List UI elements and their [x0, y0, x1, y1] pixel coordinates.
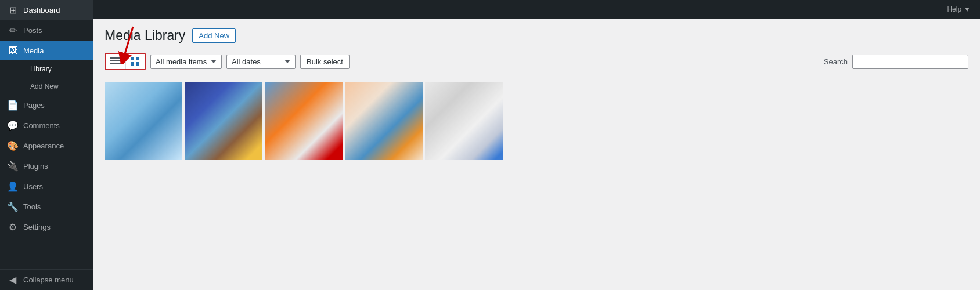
sidebar-item-users[interactable]: 👤 Users [0, 176, 93, 197]
svg-rect-3 [131, 57, 134, 60]
pages-icon: 📄 [7, 100, 19, 111]
sidebar: ⊞ Dashboard ✏ Posts 🖼 Media Library Add … [0, 0, 93, 290]
search-input[interactable] [852, 55, 968, 69]
dashboard-icon: ⊞ [7, 5, 19, 16]
media-icon: 🖼 [7, 45, 19, 56]
collapse-menu-button[interactable]: ◀ Collapse menu [0, 270, 93, 290]
sidebar-item-label: Users [23, 182, 43, 191]
main-content: Help ▼ Media Library Add New [93, 0, 980, 290]
sidebar-item-label: Library [30, 65, 52, 73]
svg-rect-0 [110, 57, 121, 59]
sidebar-item-dashboard[interactable]: ⊞ Dashboard [0, 0, 93, 20]
plugins-icon: 🔌 [7, 161, 19, 172]
media-item[interactable] [425, 82, 503, 160]
page-title: Media Library [105, 28, 185, 44]
sidebar-item-comments[interactable]: 💬 Comments [0, 115, 93, 136]
svg-rect-5 [131, 62, 134, 66]
view-toggle-container [105, 53, 146, 70]
bulk-select-button[interactable]: Bulk select [300, 55, 350, 69]
sidebar-item-tools[interactable]: 🔧 Tools [0, 197, 93, 217]
sidebar-item-settings[interactable]: ⚙ Settings [0, 217, 93, 237]
sidebar-item-label: Settings [23, 223, 51, 231]
media-item[interactable] [185, 82, 262, 160]
comments-icon: 💬 [7, 120, 19, 131]
help-chevron-icon: ▼ [964, 5, 971, 13]
sidebar-item-label: Comments [23, 121, 60, 130]
search-label: Search [824, 57, 848, 66]
help-label: Help [947, 5, 961, 13]
sidebar-bottom: ◀ Collapse menu [0, 269, 93, 290]
sidebar-item-label: Plugins [23, 162, 48, 171]
add-new-button[interactable]: Add New [192, 28, 236, 43]
media-item[interactable] [105, 82, 182, 160]
tools-icon: 🔧 [7, 201, 19, 212]
media-filter-select[interactable]: All media items Images Audio Video Docum… [150, 55, 222, 69]
svg-rect-6 [136, 62, 139, 66]
svg-rect-4 [136, 57, 139, 60]
media-item[interactable] [265, 82, 343, 160]
collapse-icon: ◀ [7, 274, 19, 285]
users-icon: 👤 [7, 181, 19, 192]
sidebar-item-appearance[interactable]: 🎨 Appearance [0, 136, 93, 156]
view-toggle [105, 53, 146, 70]
svg-rect-2 [110, 63, 121, 64]
date-filter-select[interactable]: All dates January 2024 February 2024 [226, 55, 296, 69]
sidebar-item-posts[interactable]: ✏ Posts [0, 20, 93, 41]
admin-top-bar: Help ▼ [93, 0, 980, 19]
appearance-icon: 🎨 [7, 140, 19, 151]
sidebar-item-media[interactable]: 🖼 Media [0, 41, 93, 60]
grid-view-icon [131, 57, 140, 66]
sidebar-item-label: Media [23, 46, 44, 55]
sidebar-item-label: Posts [23, 26, 42, 35]
sidebar-item-pages[interactable]: 📄 Pages [0, 95, 93, 115]
sidebar-item-label: Appearance [23, 142, 64, 150]
help-button[interactable]: Help ▼ [947, 5, 971, 13]
sidebar-item-label: Tools [23, 202, 41, 211]
collapse-label: Collapse menu [23, 276, 74, 284]
toolbar: All media items Images Audio Video Docum… [105, 53, 968, 70]
media-grid [105, 82, 968, 160]
settings-icon: ⚙ [7, 222, 19, 233]
list-view-icon [110, 57, 121, 66]
sidebar-item-label: Add New [30, 82, 59, 90]
sidebar-item-add-new-sub[interactable]: Add New [0, 78, 93, 95]
posts-icon: ✏ [7, 25, 19, 36]
sidebar-item-label: Dashboard [23, 6, 60, 14]
grid-view-button[interactable] [126, 54, 145, 69]
media-item[interactable] [345, 82, 423, 160]
search-area: Search [824, 55, 968, 69]
list-view-button[interactable] [106, 54, 126, 69]
page-header: Media Library Add New [105, 28, 968, 44]
svg-rect-1 [110, 60, 121, 61]
sidebar-item-label: Pages [23, 101, 45, 110]
sidebar-item-library[interactable]: Library [0, 60, 93, 78]
content-area: Media Library Add New [93, 19, 980, 290]
sidebar-item-plugins[interactable]: 🔌 Plugins [0, 156, 93, 176]
